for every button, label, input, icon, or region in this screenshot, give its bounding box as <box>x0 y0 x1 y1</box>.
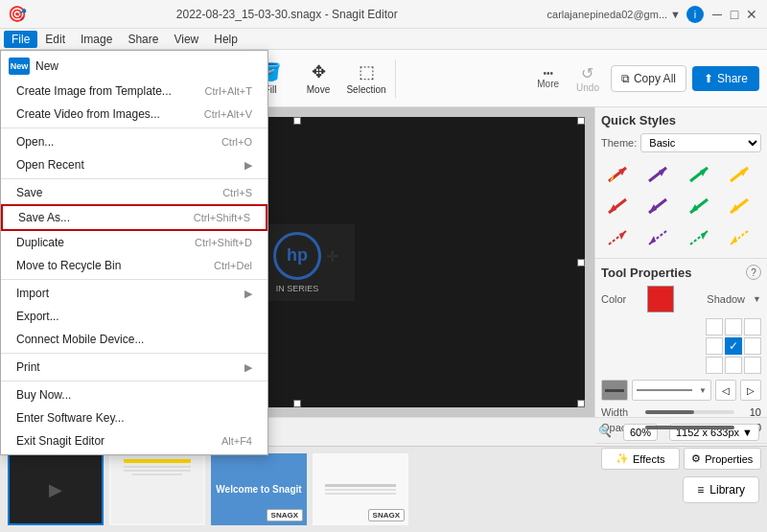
help-button[interactable]: ? <box>746 265 761 280</box>
style-item-5[interactable] <box>601 192 635 220</box>
shadow-cell-bc[interactable] <box>725 357 742 374</box>
tool-selection[interactable]: ⬚ Selection <box>343 55 389 103</box>
shadow-cell-br[interactable] <box>744 357 761 374</box>
menu-move-recycle[interactable]: Move to Recycle Bin Ctrl+Del <box>1 254 267 277</box>
shadow-grid: ✓ <box>706 318 761 374</box>
stroke-preview <box>601 380 628 401</box>
shadow-cell-center[interactable]: ✓ <box>725 337 742 355</box>
search-item: 🔍 <box>598 426 612 438</box>
close-button[interactable]: ✕ <box>744 7 759 22</box>
style-item-1[interactable] <box>601 160 635 189</box>
width-slider-track[interactable] <box>645 410 734 414</box>
style-item-11[interactable] <box>683 223 716 252</box>
handle-bottom-right[interactable] <box>577 400 585 407</box>
stroke-arrow-left[interactable]: ◁ <box>715 380 736 401</box>
style-item-9[interactable] <box>601 223 635 252</box>
menu-duplicate[interactable]: Duplicate Ctrl+Shift+D <box>1 231 267 254</box>
style-item-3[interactable] <box>683 160 716 189</box>
menu-create-image-template[interactable]: Create Image from Template... Ctrl+Alt+T <box>1 80 267 103</box>
shadow-cell-bl[interactable] <box>706 357 723 374</box>
menu-section-6: Buy Now... Enter Software Key... Exit Sn… <box>1 381 267 454</box>
thumbnail-2[interactable] <box>109 453 205 525</box>
menu-import[interactable]: Import ▶ <box>1 282 267 305</box>
menu-save-as[interactable]: Save As... Ctrl+Shift+S <box>1 204 267 231</box>
copy-all-label: Copy All <box>634 72 676 85</box>
color-picker[interactable] <box>647 286 674 312</box>
shadow-cell-tr[interactable] <box>744 318 761 335</box>
svg-marker-20 <box>649 236 656 244</box>
handle-bottom-center[interactable] <box>293 400 301 407</box>
menu-item-help[interactable]: Help <box>206 31 245 48</box>
tool-properties-section: Tool Properties ? Color Shadow ▼ ✓ <box>595 259 767 443</box>
style-item-4[interactable] <box>724 160 757 189</box>
thumbnail-1[interactable]: ▶ <box>8 453 104 525</box>
menu-item-view[interactable]: View <box>166 31 206 48</box>
open-recent-arrow: ▶ <box>244 159 252 172</box>
shadow-cell-ml[interactable] <box>706 337 723 355</box>
menu-connect-mobile[interactable]: Connect Mobile Device... <box>1 328 267 351</box>
menu-export[interactable]: Export... <box>1 305 267 328</box>
handle-top-center[interactable] <box>293 117 301 125</box>
menu-print[interactable]: Print ▶ <box>1 356 267 379</box>
style-item-6[interactable] <box>642 192 676 220</box>
more-label: More <box>537 79 559 89</box>
shadow-dropdown-arrow[interactable]: ▼ <box>753 294 761 304</box>
import-arrow: ▶ <box>244 288 252 300</box>
selection-icon: ⬚ <box>359 61 375 82</box>
menu-exit[interactable]: Exit Snagit Editor Alt+F4 <box>1 429 267 452</box>
library-button[interactable]: ≡ Library <box>683 476 759 503</box>
menu-save[interactable]: Save Ctrl+S <box>1 181 267 204</box>
app-icon: 🎯 <box>8 5 27 23</box>
style-item-7[interactable] <box>683 192 716 220</box>
style-item-10[interactable] <box>642 223 676 252</box>
hp-circle-logo: hp <box>273 232 321 280</box>
shadow-cell-tc[interactable] <box>725 318 742 335</box>
maximize-button[interactable]: □ <box>727 7 742 22</box>
shadow-cell-mr[interactable] <box>744 337 761 355</box>
stroke-arrow-right[interactable]: ▷ <box>740 380 761 401</box>
window-title: 2022-08-23_15-03-30.snagx - Snagit Edito… <box>27 8 547 21</box>
share-button[interactable]: ⬆ Share <box>692 66 759 91</box>
save-label: Save <box>16 186 222 199</box>
menu-open[interactable]: Open... Ctrl+O <box>1 130 267 153</box>
prop-title: Tool Properties <box>601 266 691 280</box>
menu-item-share[interactable]: Share <box>120 31 166 48</box>
theme-select[interactable]: Basic <box>640 133 761 152</box>
menu-item-edit[interactable]: Edit <box>37 31 73 48</box>
thumbnail-4[interactable]: SNAGX <box>313 453 408 525</box>
window-controls: ─ □ ✕ <box>709 7 759 22</box>
search-icon: 🔍 <box>598 426 612 438</box>
stroke-dropdown[interactable]: ▼ <box>632 380 711 401</box>
undo-button[interactable]: ↺ Undo <box>570 60 605 97</box>
tool-move[interactable]: ✥ Move <box>295 55 341 103</box>
toolbar-right: ••• More ↺ Undo ⧉ Copy All ⬆ Share <box>531 60 759 97</box>
handle-mid-right[interactable] <box>577 259 585 266</box>
menu-item-file[interactable]: File <box>4 31 37 48</box>
stroke-mid-line <box>637 389 692 391</box>
more-dots-icon: ••• <box>543 68 553 79</box>
shadow-cell-tl[interactable] <box>706 318 723 335</box>
style-item-8[interactable] <box>724 192 757 220</box>
menu-buy-now[interactable]: Buy Now... <box>1 383 267 406</box>
copy-all-button[interactable]: ⧉ Copy All <box>611 65 686 92</box>
thumbnail-3[interactable]: Welcome to Snagit SNAGX <box>211 453 307 525</box>
menu-open-recent[interactable]: Open Recent ▶ <box>1 153 267 176</box>
user-email[interactable]: carlajanepineda02@gm... ▼ <box>547 9 681 20</box>
menu-new-item[interactable]: New New <box>1 53 267 80</box>
menu-create-video[interactable]: Create Video from Images... Ctrl+Alt+V <box>1 103 267 126</box>
info-icon[interactable]: i <box>686 6 704 23</box>
minimize-button[interactable]: ─ <box>709 7 725 22</box>
effects-button[interactable]: ✨ Effects <box>601 448 680 470</box>
properties-label: Properties <box>705 453 753 465</box>
create-video-label: Create Video from Images... <box>16 107 204 121</box>
properties-button[interactable]: ⚙ Properties <box>684 448 762 470</box>
opacity-slider-track[interactable] <box>645 426 734 429</box>
style-item-2[interactable] <box>642 160 676 189</box>
more-button[interactable]: ••• More <box>531 64 565 93</box>
menu-enter-software-key[interactable]: Enter Software Key... <box>1 406 267 429</box>
svg-marker-18 <box>619 231 626 240</box>
menu-item-image[interactable]: Image <box>73 31 120 48</box>
handle-top-right[interactable] <box>577 117 585 125</box>
style-item-12[interactable] <box>724 223 757 252</box>
export-label: Export... <box>16 310 252 323</box>
